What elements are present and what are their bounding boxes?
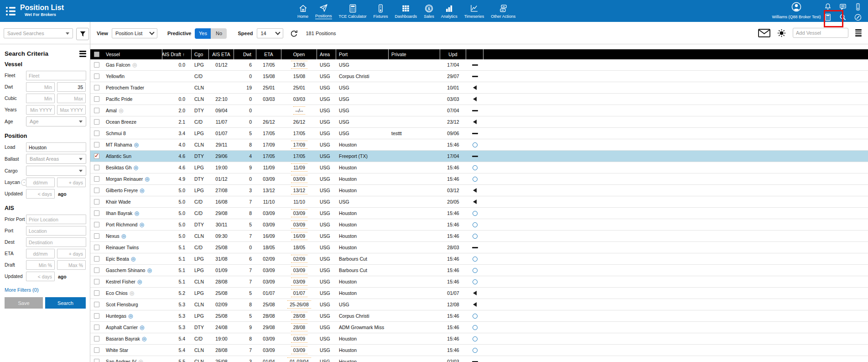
- draft-min-input[interactable]: [26, 260, 55, 270]
- row-checkbox[interactable]: [94, 302, 99, 307]
- predictive-no-button[interactable]: No: [211, 28, 227, 39]
- table-row[interactable]: Nexus◎5.0CLN09:30716/0916/09USGHouston15…: [90, 231, 868, 242]
- col-header-eta[interactable]: ETA: [256, 49, 281, 59]
- view-select[interactable]: Position List: [112, 28, 157, 38]
- add-vessel-input[interactable]: [793, 28, 848, 38]
- draft-max-input[interactable]: [57, 260, 86, 270]
- messages-chat-icon[interactable]: [839, 3, 847, 11]
- table-row[interactable]: Scot Flensburg5.3CLN02/09825/0825-26/08U…: [90, 299, 868, 310]
- row-checkbox[interactable]: [94, 222, 99, 227]
- search-button[interactable]: Search: [45, 297, 86, 309]
- col-header-area[interactable]: Area: [317, 49, 336, 59]
- table-row[interactable]: Besiktas Gh◎4.6LPG19:00911/0911/09USGHou…: [90, 162, 868, 173]
- row-checkbox[interactable]: [94, 233, 99, 239]
- nav-fixtures[interactable]: Fixtures: [374, 4, 388, 19]
- search-magnifier-icon[interactable]: [839, 13, 847, 21]
- row-checkbox[interactable]: [94, 256, 99, 262]
- fixtures-zipper-icon[interactable]: [854, 3, 862, 11]
- row-checkbox[interactable]: [94, 359, 99, 362]
- row-checkbox[interactable]: [94, 153, 99, 159]
- prior-port-input[interactable]: [26, 215, 86, 224]
- col-header-cgo[interactable]: Cgo: [192, 49, 209, 59]
- years-min-input[interactable]: [26, 105, 55, 115]
- nav-analytics[interactable]: Analytics: [441, 4, 457, 19]
- row-checkbox[interactable]: [94, 313, 99, 319]
- col-header-ais-draft[interactable]: AIS Draft↑: [162, 49, 192, 59]
- row-checkbox[interactable]: [94, 73, 99, 79]
- table-row[interactable]: Asphalt Carrier◎5.3DTY24/08929/0828/08US…: [90, 322, 868, 333]
- col-header-status[interactable]: [466, 49, 483, 59]
- col-header-dwt[interactable]: Dwt: [234, 49, 256, 59]
- load-input[interactable]: [26, 142, 86, 152]
- save-button[interactable]: Save: [5, 297, 43, 309]
- age-select[interactable]: Age: [26, 116, 86, 126]
- destination-input[interactable]: [26, 237, 86, 247]
- table-row[interactable]: Morgan Reinauer◎4.9DTY01/12003/0903/09US…: [90, 173, 868, 185]
- cargo-select[interactable]: [26, 166, 86, 176]
- row-checkbox[interactable]: [94, 165, 99, 170]
- ballast-select[interactable]: Ballast Areas: [26, 154, 86, 164]
- cubic-min-input[interactable]: [26, 94, 55, 103]
- table-row[interactable]: Atlantic Sun4.6DTY29/06417/0517/05USGFre…: [90, 151, 868, 162]
- nav-dashboards[interactable]: Dashboards: [395, 4, 417, 19]
- search-criteria-menu-icon[interactable]: [79, 51, 86, 57]
- row-checkbox[interactable]: [94, 290, 99, 296]
- toolbar-menu-icon[interactable]: [855, 29, 862, 37]
- dwt-min-input[interactable]: [26, 82, 55, 92]
- nav-positions[interactable]: Positions: [315, 3, 332, 19]
- table-row[interactable]: Gaschem Shinano◎5.1LPG01/09703/0903/09US…: [90, 265, 868, 276]
- row-checkbox[interactable]: [94, 108, 99, 113]
- table-row[interactable]: San Andres IV◎5.5CLN25/08301/0401-03/04U…: [90, 356, 868, 362]
- row-checkbox[interactable]: [94, 279, 99, 284]
- table-row[interactable]: White Star5.4CLN28/08703/0903/09USGHoust…: [90, 345, 868, 356]
- table-row[interactable]: Amal◎2.0DTY09/040--/--USGUSG07/04: [90, 105, 868, 116]
- table-row[interactable]: Petrochem TraderCLN1925/0125/01USGUSG10/…: [90, 82, 868, 94]
- col-header-private[interactable]: Private: [389, 49, 440, 59]
- row-checkbox[interactable]: [94, 62, 99, 68]
- row-checkbox[interactable]: [94, 176, 99, 182]
- saved-searches-select[interactable]: Saved Searches: [4, 28, 73, 38]
- table-row[interactable]: Epic Beata◎5.1LPG31/08602/0902/09USGBarb…: [90, 253, 868, 265]
- more-filters-link[interactable]: More Filters (0): [5, 287, 39, 293]
- nav-home[interactable]: Home: [297, 4, 308, 19]
- table-row[interactable]: Reinauer Twins5.1C/D25/08018/0518/05USGH…: [90, 242, 868, 253]
- brightness-sun-icon[interactable]: [777, 29, 786, 37]
- table-row[interactable]: Khair Wade5.0C/D16/08711/1011/10USGUSG20…: [90, 196, 868, 208]
- row-checkbox[interactable]: [94, 199, 99, 205]
- row-checkbox[interactable]: [94, 347, 99, 353]
- ais-port-input[interactable]: [26, 226, 86, 236]
- nav-timeseries[interactable]: Timeseries: [464, 4, 484, 19]
- laycan-days-input[interactable]: [57, 178, 86, 187]
- nav-tce-calculator[interactable]: TCE Calculator: [339, 4, 367, 19]
- years-max-input[interactable]: [57, 105, 86, 115]
- col-header-ais-eta[interactable]: AIS ETA: [209, 49, 234, 59]
- col-header-vessel[interactable]: Vessel: [103, 49, 162, 59]
- row-checkbox[interactable]: [94, 268, 99, 273]
- select-all-checkbox[interactable]: [94, 52, 99, 57]
- laycan-date-input[interactable]: [26, 178, 55, 187]
- table-row[interactable]: Gilberto Freyre◎5.0LPG27/08313/1213/12US…: [90, 185, 868, 196]
- table-row[interactable]: MT Rahama◎4.0CLN29/11817/0917/09USGHoust…: [90, 139, 868, 151]
- table-row[interactable]: Port Richmond◎5.0DTY30/11503/0903/09USGH…: [90, 219, 868, 231]
- col-header-open[interactable]: Open: [281, 49, 317, 59]
- col-header-port[interactable]: Port: [336, 49, 389, 59]
- row-checkbox[interactable]: [94, 142, 99, 147]
- predictive-yes-button[interactable]: Yes: [195, 28, 211, 39]
- table-row[interactable]: Basaran Bayrak◎5.4C/D19:00803/0903/09USG…: [90, 333, 868, 345]
- user-account[interactable]: Williams (Q88 Broker Test): [767, 1, 826, 19]
- email-envelope-icon[interactable]: [758, 29, 770, 37]
- table-row[interactable]: Ilhan Bayrak◎5.0C/D29/08803/0903/09USGHo…: [90, 208, 868, 219]
- table-row[interactable]: Gas Falcon◎0.0LPG01/12617/0517/05USGUSG1…: [90, 59, 868, 71]
- table-row[interactable]: Pacific Pride0.0CLN22:10003/0303/03USGUS…: [90, 94, 868, 105]
- fleet-input[interactable]: [26, 71, 86, 80]
- dwt-max-input[interactable]: [57, 82, 86, 92]
- row-checkbox[interactable]: [94, 131, 99, 136]
- row-checkbox[interactable]: [94, 245, 99, 250]
- row-checkbox[interactable]: [94, 336, 99, 341]
- row-checkbox[interactable]: [94, 119, 99, 125]
- table-row[interactable]: Eco Chios◎5.2LPG25/08501/0701/07USGHoust…: [90, 288, 868, 299]
- table-row[interactable]: Schmui 83.4LPG01/07517/0517/05USGUSGtest…: [90, 128, 868, 139]
- nav-other-actions[interactable]: Other Actions: [491, 4, 515, 19]
- row-checkbox[interactable]: [94, 188, 99, 193]
- cubic-max-input[interactable]: [57, 94, 86, 103]
